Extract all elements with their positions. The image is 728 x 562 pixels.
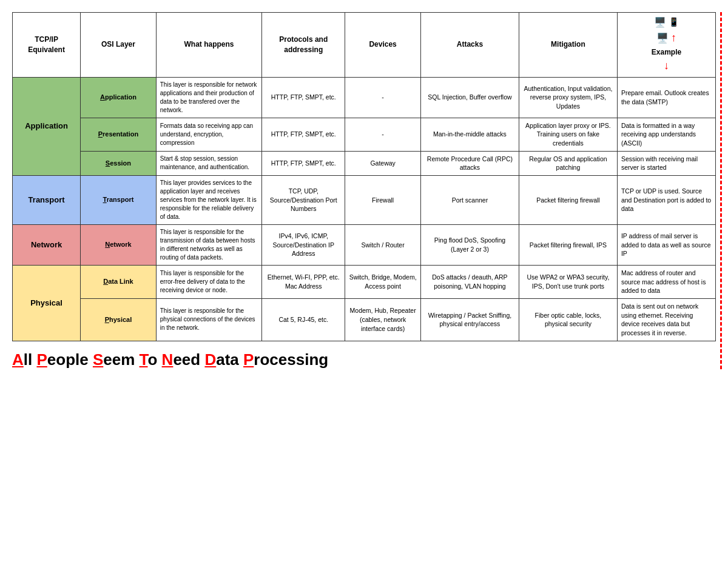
example-cell: Data is formatted in a way receiving app… — [617, 118, 715, 151]
mitigation-cell: Packet filtering firewall, IPS — [519, 225, 617, 266]
protocols-cell: Ethernet, Wi-FI, PPP, etc. Mac Address — [262, 266, 345, 299]
monitor-icon-3: 🖥️ — [656, 32, 669, 45]
header-proto: Protocols and addressing — [262, 13, 345, 78]
icons-row-bottom: 🖥️ ↑ — [656, 30, 676, 45]
protocols-cell: TCP, UDP, Source/Destination Port Number… — [262, 176, 345, 225]
mnemonic-p2: P — [243, 350, 254, 369]
mitigation-cell: Fiber optic cable, locks, physical secur… — [519, 299, 617, 341]
example-cell: IP address of mail server is added to da… — [617, 225, 715, 266]
devices-cell: Gateway — [345, 151, 421, 175]
example-header-icons: 🖥️ 📱 🖥️ ↑ Example ↓ — [621, 16, 712, 74]
table-row: TransportTransportThis layer provides se… — [13, 176, 716, 225]
attacks-cell: Remote Procedure Call (RPC) attacks — [420, 151, 519, 175]
what-happens-cell: This layer is responsible for the error-… — [156, 266, 261, 299]
header-osi: OSI Layer — [81, 13, 157, 78]
monitor-icon-2: 📱 — [669, 16, 679, 28]
attacks-cell: Port scanner — [420, 176, 519, 225]
table-row: SessionStart & stop session, session mai… — [13, 151, 716, 175]
what-happens-cell: Formats data so receiving app can unders… — [156, 118, 261, 151]
osi-layer-cell: Data Link — [81, 266, 157, 299]
attacks-cell: Wiretapping / Packet Sniffing, physical … — [420, 299, 519, 341]
mnemonic-s: S — [93, 350, 103, 369]
devices-cell: Modem, Hub, Repeater (cables, network in… — [345, 299, 421, 341]
attacks-cell: DoS attacks / deauth, ARP poisoning, VLA… — [420, 266, 519, 299]
arrow-up-icon: ↑ — [671, 30, 676, 45]
table-row: PresentationFormats data so receiving ap… — [13, 118, 716, 151]
table-row: NetworkNetworkThis layer is responsible … — [13, 225, 716, 266]
devices-cell: Firewall — [345, 176, 421, 225]
mitigation-cell: Use WPA2 or WPA3 security, IPS, Don't us… — [519, 266, 617, 299]
devices-cell: - — [345, 77, 421, 118]
tcpip-group-cell: Application — [13, 77, 81, 175]
example-cell: TCP or UDP is used. Source and Destinati… — [617, 176, 715, 225]
attacks-cell: Man-in-the-middle attacks — [420, 118, 519, 151]
table-row: PhysicalThis layer is responsible for th… — [13, 299, 716, 341]
mitigation-cell: Authentication, Input validation, revers… — [519, 77, 617, 118]
mitigation-cell: Regular OS and application patching — [519, 151, 617, 175]
what-happens-cell: Start & stop session, session maintenanc… — [156, 151, 261, 175]
monitor-icon-1: 🖥️ — [654, 16, 666, 29]
protocols-cell: Cat 5, RJ-45, etc. — [262, 299, 345, 341]
mnemonic-n: N — [162, 350, 174, 369]
protocols-cell: HTTP, FTP, SMPT, etc. — [262, 151, 345, 175]
mnemonic-a: A — [12, 350, 24, 369]
header-what: What happens — [156, 13, 261, 78]
header-devices: Devices — [345, 13, 421, 78]
table-row: PhysicalData LinkThis layer is responsib… — [13, 266, 716, 299]
devices-cell: - — [345, 118, 421, 151]
example-cell: Data is sent out on network using ethern… — [617, 299, 715, 341]
dashed-border — [720, 12, 722, 369]
osi-layer-cell: Transport — [81, 176, 157, 225]
icons-row-top: 🖥️ 📱 — [654, 16, 679, 29]
devices-cell: Switch / Router — [345, 225, 421, 266]
osi-layer-cell: Physical — [81, 299, 157, 341]
mitigation-cell: Packet filtering firewall — [519, 176, 617, 225]
attacks-cell: SQL Injection, Buffer overflow — [420, 77, 519, 118]
arrow-down-icon: ↓ — [664, 58, 669, 73]
osi-layer-cell: Session — [81, 151, 157, 175]
what-happens-cell: This layer is responsible for the physic… — [156, 299, 261, 341]
mnemonic-text: All People Seem To Need Data Processing — [12, 350, 716, 369]
devices-cell: Switch, Bridge, Modem, Access point — [345, 266, 421, 299]
example-header-label: Example — [652, 47, 681, 58]
header-attacks: Attacks — [420, 13, 519, 78]
protocols-cell: HTTP, FTP, SMPT, etc. — [262, 77, 345, 118]
what-happens-cell: This layer is responsible for network ap… — [156, 77, 261, 118]
example-cell: Prepare email. Outlook creates the data … — [617, 77, 715, 118]
mnemonic-p1: P — [36, 350, 47, 369]
mnemonic-d: D — [204, 350, 216, 369]
header-row: TCP/IP Equivalent OSI Layer What happens… — [13, 13, 716, 78]
tcpip-group-cell: Network — [13, 225, 81, 266]
osi-layer-cell: Presentation — [81, 118, 157, 151]
page-wrapper: TCP/IP Equivalent OSI Layer What happens… — [12, 12, 716, 369]
attacks-cell: Ping flood DoS, Spoofing (Layer 2 or 3) — [420, 225, 519, 266]
osi-table: TCP/IP Equivalent OSI Layer What happens… — [12, 12, 716, 341]
header-mitigation: Mitigation — [519, 13, 617, 78]
header-tcpip: TCP/IP Equivalent — [13, 13, 81, 78]
osi-layer-cell: Network — [81, 225, 157, 266]
header-example: 🖥️ 📱 🖥️ ↑ Example ↓ — [617, 13, 715, 78]
tcpip-group-cell: Transport — [13, 176, 81, 225]
mnemonic-t: T — [140, 350, 148, 369]
protocols-cell: HTTP, FTP, SMPT, etc. — [262, 118, 345, 151]
example-cell: Mac address of router and source mac add… — [617, 266, 715, 299]
table-body: ApplicationApplicationThis layer is resp… — [13, 77, 716, 341]
what-happens-cell: This layer provides services to the appl… — [156, 176, 261, 225]
example-cell: Session with receiving mail server is st… — [617, 151, 715, 175]
osi-layer-cell: Application — [81, 77, 157, 118]
tcpip-group-cell: Physical — [13, 266, 81, 341]
protocols-cell: IPv4, IPv6, ICMP, Source/Destination IP … — [262, 225, 345, 266]
what-happens-cell: This layer is responsible for the transm… — [156, 225, 261, 266]
mitigation-cell: Application layer proxy or IPS. Training… — [519, 118, 617, 151]
table-row: ApplicationApplicationThis layer is resp… — [13, 77, 716, 118]
